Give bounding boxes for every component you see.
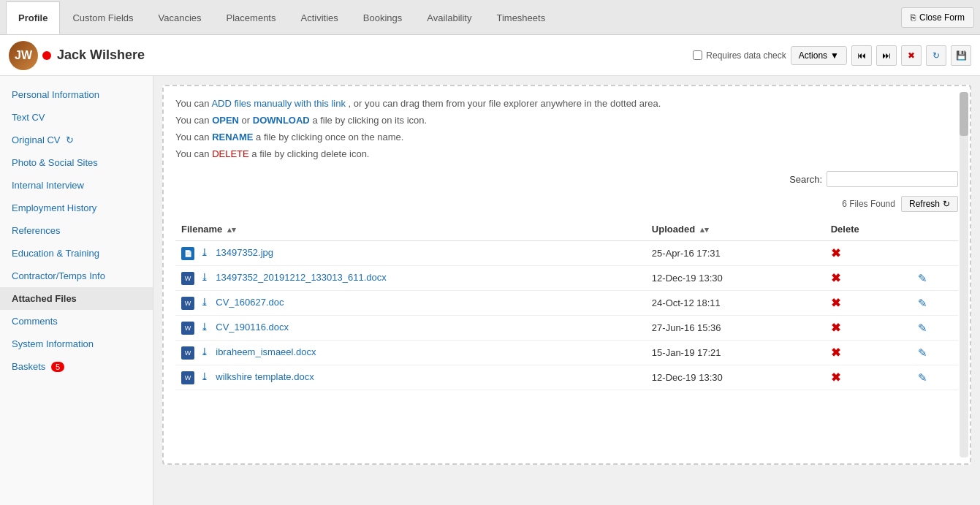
delete-button[interactable]: ✖ xyxy=(831,346,840,359)
status-indicator xyxy=(42,51,51,60)
cell-edit-1: ✎ xyxy=(912,266,958,291)
cell-uploaded-1: 12-Dec-19 13:30 xyxy=(646,266,825,291)
col-uploaded[interactable]: Uploaded ▴▾ xyxy=(646,218,825,241)
tab-profile[interactable]: Profile xyxy=(6,1,60,34)
file-table-body: 📄 ⤓ 13497352.jpg 25-Apr-16 17:31 ✖ W ⤓ 1… xyxy=(175,241,958,390)
scroll-track xyxy=(960,92,968,457)
sidebar-item-photo-social-sites[interactable]: Photo & Social Sites xyxy=(0,151,153,174)
cell-edit-3: ✎ xyxy=(912,316,958,341)
requires-check-checkbox[interactable] xyxy=(693,50,702,60)
tab-list: Profile Custom Fields Vacancies Placemen… xyxy=(6,1,901,34)
sidebar-item-text-cv[interactable]: Text CV xyxy=(0,106,153,129)
delete-button[interactable]: ✖ xyxy=(831,322,840,334)
cell-delete-0: ✖ xyxy=(825,241,912,266)
download-icon[interactable]: ⤓ xyxy=(200,346,209,357)
actions-button[interactable]: Actions ▼ xyxy=(791,46,847,65)
header-actions: Requires data check Actions ▼ ⏮ ⏭ ✖ ↻ 💾 xyxy=(693,45,971,66)
table-row: W ⤓ ibraheem_ismaeel.docx 15-Jan-19 17:2… xyxy=(175,341,958,365)
cell-filename-1: W ⤓ 13497352_20191212_133013_611.docx xyxy=(175,266,646,291)
first-record-button[interactable]: ⏮ xyxy=(851,45,872,66)
sidebar: Personal Information Text CV Original CV… xyxy=(0,76,153,505)
info-line-open: You can OPEN or DOWNLOAD a file by click… xyxy=(175,115,958,126)
download-icon[interactable]: ⤓ xyxy=(200,271,209,283)
info-line-add: You can ADD files manually with this lin… xyxy=(175,98,958,109)
table-row: W ⤓ 13497352_20191212_133013_611.docx 12… xyxy=(175,266,958,291)
filename-link[interactable]: 13497352.jpg xyxy=(216,247,273,258)
file-type-icon: 📄 xyxy=(181,247,194,260)
prev-record-button[interactable]: ⏭ xyxy=(876,45,897,66)
sidebar-item-contractor-temps-info[interactable]: Contractor/Temps Info xyxy=(0,265,153,287)
download-icon[interactable]: ⤓ xyxy=(200,246,209,258)
search-label: Search: xyxy=(789,174,822,185)
edit-icon[interactable]: ✎ xyxy=(918,272,927,284)
filename-link[interactable]: wilkshire template.docx xyxy=(216,371,314,382)
save-button[interactable]: 💾 xyxy=(951,45,971,66)
delete-button[interactable]: ✖ xyxy=(831,247,840,259)
sidebar-item-comments[interactable]: Comments xyxy=(0,310,153,333)
close-form-button[interactable]: ⎘ Close Form xyxy=(901,7,974,28)
sort-uploaded-icon: ▴▾ xyxy=(700,225,709,234)
tab-custom-fields[interactable]: Custom Fields xyxy=(60,1,145,34)
tab-vacancies[interactable]: Vacancies xyxy=(146,1,214,34)
edit-icon[interactable]: ✎ xyxy=(918,297,927,309)
content-area: You can ADD files manually with this lin… xyxy=(153,76,980,505)
info-section: You can ADD files manually with this lin… xyxy=(175,98,958,159)
tab-bookings[interactable]: Bookings xyxy=(351,1,414,34)
sidebar-item-references[interactable]: References xyxy=(0,219,153,242)
cell-edit-2: ✎ xyxy=(912,291,958,316)
cell-filename-3: W ⤓ CV_190116.docx xyxy=(175,316,646,341)
download-icon[interactable]: ⤓ xyxy=(200,321,209,333)
sidebar-item-baskets[interactable]: Baskets 5 xyxy=(0,355,153,378)
cell-filename-2: W ⤓ CV_160627.doc xyxy=(175,291,646,316)
sidebar-item-employment-history[interactable]: Employment History xyxy=(0,197,153,219)
cell-delete-4: ✖ xyxy=(825,341,912,365)
tab-activities[interactable]: Activities xyxy=(288,1,350,34)
refresh-icon: ↻ xyxy=(943,199,950,209)
door-icon: ⎘ xyxy=(911,12,916,23)
search-input[interactable] xyxy=(827,171,958,187)
cell-filename-0: 📄 ⤓ 13497352.jpg xyxy=(175,241,646,266)
sidebar-item-internal-interview[interactable]: Internal Interview xyxy=(0,174,153,197)
baskets-badge: 5 xyxy=(51,362,64,372)
sidebar-item-original-cv[interactable]: Original CV ↻ xyxy=(0,129,153,151)
col-delete: Delete xyxy=(825,218,912,241)
file-table: Filename ▴▾ Uploaded ▴▾ Delete xyxy=(175,218,958,390)
delete-button[interactable]: ✖ xyxy=(831,272,840,284)
tab-availability[interactable]: Availability xyxy=(414,1,484,34)
sidebar-item-system-information[interactable]: System Information xyxy=(0,333,153,355)
table-row: W ⤓ CV_190116.docx 27-Jun-16 15:36 ✖ ✎ xyxy=(175,316,958,341)
tab-bar: Profile Custom Fields Vacancies Placemen… xyxy=(0,0,980,35)
edit-icon[interactable]: ✎ xyxy=(918,371,927,384)
info-line-delete: You can DELETE a file by clicking delete… xyxy=(175,148,958,159)
filename-link[interactable]: ibraheem_ismaeel.docx xyxy=(216,346,316,357)
cell-delete-1: ✖ xyxy=(825,266,912,291)
file-type-icon: W xyxy=(181,297,194,310)
cell-filename-5: W ⤓ wilkshire template.docx xyxy=(175,365,646,390)
tab-timesheets[interactable]: Timesheets xyxy=(484,1,558,34)
refresh-header-button[interactable]: ↻ xyxy=(926,45,946,66)
tab-placements[interactable]: Placements xyxy=(214,1,289,34)
files-drop-zone[interactable]: You can ADD files manually with this lin… xyxy=(162,85,971,465)
filename-link[interactable]: 13497352_20191212_133013_611.docx xyxy=(216,272,387,283)
download-icon[interactable]: ⤓ xyxy=(200,371,209,382)
sidebar-item-attached-files[interactable]: Attached Files xyxy=(0,287,153,310)
requires-data-check[interactable]: Requires data check xyxy=(693,50,786,61)
sidebar-item-education-training[interactable]: Education & Training xyxy=(0,242,153,265)
cell-edit-5: ✎ xyxy=(912,365,958,390)
files-found-row: 6 Files Found Refresh ↻ xyxy=(175,196,958,212)
close-button[interactable]: ✖ xyxy=(901,45,922,66)
edit-icon[interactable]: ✎ xyxy=(918,322,927,334)
delete-button[interactable]: ✖ xyxy=(831,371,840,384)
add-files-link[interactable]: ADD files manually with this link xyxy=(211,98,346,109)
cell-uploaded-0: 25-Apr-16 17:31 xyxy=(646,241,825,266)
filename-link[interactable]: CV_190116.docx xyxy=(216,322,289,333)
table-row: W ⤓ wilkshire template.docx 12-Dec-19 13… xyxy=(175,365,958,390)
refresh-button[interactable]: Refresh ↻ xyxy=(901,196,958,212)
filename-link[interactable]: CV_160627.doc xyxy=(216,297,284,308)
edit-icon[interactable]: ✎ xyxy=(918,346,927,359)
sidebar-item-personal-information[interactable]: Personal Information xyxy=(0,83,153,106)
download-icon[interactable]: ⤓ xyxy=(200,296,209,308)
cell-uploaded-4: 15-Jan-19 17:21 xyxy=(646,341,825,365)
delete-button[interactable]: ✖ xyxy=(831,297,840,309)
col-filename[interactable]: Filename ▴▾ xyxy=(175,218,646,241)
